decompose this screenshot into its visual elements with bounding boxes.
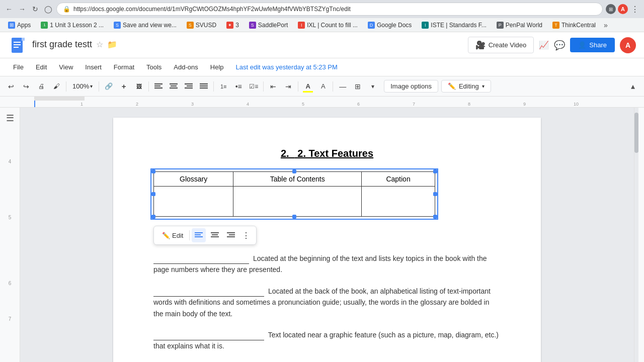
content-table[interactable]: Glossary Table of Contents Caption bbox=[153, 171, 435, 217]
zoom-selector[interactable]: 100% ▾ bbox=[69, 81, 96, 92]
paint-format-button[interactable]: 🖌 bbox=[49, 79, 63, 94]
svg-rect-15 bbox=[185, 87, 193, 88]
decrease-indent-button[interactable]: ⇤ bbox=[266, 79, 280, 94]
menu-tools[interactable]: Tools bbox=[141, 61, 167, 73]
bullet-list-button[interactable]: •≡ bbox=[231, 79, 246, 94]
account-icon[interactable]: A bbox=[618, 4, 628, 14]
bookmark-svusd[interactable]: S SVUSD bbox=[183, 21, 220, 30]
bookmark-ixlcount[interactable]: I IXL | Count to fill ... bbox=[294, 21, 362, 30]
page-marker-6: 6 bbox=[9, 281, 12, 286]
menu-file[interactable]: File bbox=[8, 61, 29, 73]
menu-edit[interactable]: Edit bbox=[31, 61, 52, 73]
print-button[interactable]: 🖨 bbox=[34, 79, 48, 94]
menu-help[interactable]: Help bbox=[205, 61, 229, 73]
folder-icon[interactable]: 📁 bbox=[107, 40, 117, 49]
bookmark-penpal[interactable]: P PenPal World bbox=[493, 21, 546, 30]
bookmark-googledocs[interactable]: D Google Docs bbox=[364, 21, 416, 30]
refresh-button[interactable]: ↻ bbox=[30, 4, 40, 14]
url-bar[interactable]: 🔒 https://docs.google.com/document/d/1mV… bbox=[56, 3, 603, 16]
star-icon[interactable]: ☆ bbox=[96, 40, 103, 49]
align-center-button[interactable] bbox=[167, 79, 181, 94]
editing-button[interactable]: ✏️ Editing ▾ bbox=[441, 80, 491, 93]
table-cell-glossary[interactable]: Glossary bbox=[154, 172, 233, 187]
table-cell-empty-3[interactable] bbox=[362, 187, 435, 217]
scrollbar-track[interactable] bbox=[634, 108, 638, 362]
undo-button[interactable]: ↩ bbox=[4, 79, 18, 94]
float-align-center-button[interactable] bbox=[208, 228, 222, 242]
table-cell-caption[interactable]: Caption bbox=[362, 172, 435, 187]
highlight-button[interactable]: A bbox=[301, 79, 315, 94]
comment-icon[interactable]: 💬 bbox=[554, 40, 565, 51]
separator-3 bbox=[148, 81, 149, 92]
text-color-button[interactable]: A bbox=[316, 79, 330, 94]
options-button[interactable]: ⊞ bbox=[351, 79, 365, 94]
separator-2 bbox=[99, 81, 99, 92]
edit-label: Edit bbox=[172, 232, 183, 239]
handle-bottom-left[interactable] bbox=[151, 215, 155, 219]
hr-button[interactable]: — bbox=[336, 79, 350, 94]
analytics-icon[interactable]: 📈 bbox=[539, 40, 549, 50]
doc-title[interactable]: first grade testt bbox=[32, 39, 92, 50]
handle-middle-right[interactable] bbox=[433, 192, 437, 196]
back-button[interactable]: ← bbox=[4, 4, 14, 14]
svg-rect-19 bbox=[200, 87, 208, 88]
share-button[interactable]: 👤 Share bbox=[570, 38, 615, 52]
redo-button[interactable]: ↪ bbox=[19, 79, 33, 94]
home-button[interactable]: ◯ bbox=[43, 4, 53, 14]
link-button[interactable]: 🔗 bbox=[102, 79, 116, 94]
handle-top-right[interactable] bbox=[433, 169, 437, 173]
doc-heading[interactable]: 2. 2. Text Features bbox=[153, 148, 501, 159]
more-options-button[interactable]: ▾ bbox=[366, 79, 380, 94]
avatar[interactable]: A bbox=[620, 37, 636, 53]
svg-rect-24 bbox=[211, 232, 219, 233]
image-options-button[interactable]: Image options bbox=[384, 80, 438, 93]
align-right-button[interactable] bbox=[182, 79, 196, 94]
menu-addons[interactable]: Add-ons bbox=[169, 61, 203, 73]
bookmark-iste[interactable]: I ISTE | Standards F... bbox=[418, 21, 491, 30]
handle-bottom-right[interactable] bbox=[433, 215, 437, 219]
ruler-left-margin-shade bbox=[34, 97, 85, 101]
svg-rect-4 bbox=[22, 38, 25, 41]
menu-dots-icon[interactable]: ⋮ bbox=[630, 4, 640, 14]
bookmark-saddle[interactable]: S SaddlePort bbox=[245, 21, 292, 30]
create-video-button[interactable]: 🎥 Create Video bbox=[468, 37, 534, 53]
table-cell-toc[interactable]: Table of Contents bbox=[233, 172, 362, 187]
menu-insert[interactable]: Insert bbox=[80, 61, 107, 73]
extensions-icon[interactable]: ⊞ bbox=[606, 4, 616, 14]
edit-button[interactable]: ✏️ Edit bbox=[158, 230, 187, 241]
float-align-right-button[interactable] bbox=[224, 228, 238, 242]
bookmark-ixl3[interactable]: ✦ 3 bbox=[222, 21, 243, 30]
handle-top-middle[interactable] bbox=[292, 169, 296, 173]
scrollbar-thumb[interactable] bbox=[634, 113, 638, 153]
table-cell-empty-2[interactable] bbox=[233, 187, 362, 217]
ruler-mark-9: 9 bbox=[523, 102, 526, 107]
more-bookmarks-icon[interactable]: » bbox=[604, 21, 608, 29]
menu-view[interactable]: View bbox=[54, 61, 78, 73]
svg-rect-13 bbox=[185, 83, 193, 84]
bookmark-saveview-label: Save and view we... bbox=[123, 22, 177, 29]
bookmark-saveview[interactable]: S Save and view we... bbox=[110, 21, 181, 30]
paragraph-1: Located at the beginning of the text and… bbox=[153, 253, 501, 276]
justify-button[interactable] bbox=[197, 79, 211, 94]
float-align-left-button[interactable] bbox=[192, 228, 206, 242]
bookmark-unit3[interactable]: 1 1 Unit 3 Lesson 2 ... bbox=[37, 21, 108, 30]
image-button[interactable]: 🖼 bbox=[132, 79, 146, 94]
handle-top-left[interactable] bbox=[151, 169, 155, 173]
more-options-float-button[interactable]: ⋮ bbox=[240, 230, 252, 241]
ordered-list-button[interactable]: 1≡ bbox=[216, 79, 230, 94]
doc-scroll[interactable]: 2. 2. Text Features bbox=[20, 108, 634, 362]
align-left-button[interactable] bbox=[151, 79, 166, 94]
bookmark-apps[interactable]: ⊞ Apps bbox=[4, 21, 35, 30]
menu-format[interactable]: Format bbox=[109, 61, 139, 73]
comment-button[interactable]: + bbox=[117, 79, 131, 94]
increase-indent-button[interactable]: ⇥ bbox=[281, 79, 295, 94]
outline-icon[interactable]: ☰ bbox=[6, 113, 14, 124]
toolbar-collapse-button[interactable]: ▴ bbox=[626, 79, 640, 94]
forward-button[interactable]: → bbox=[17, 4, 27, 14]
table-row-empty bbox=[154, 187, 435, 217]
bookmark-thinkcent[interactable]: T ThinkCentral bbox=[548, 21, 600, 30]
handle-middle-left[interactable] bbox=[151, 192, 155, 196]
table-cell-empty-1[interactable] bbox=[154, 187, 233, 217]
handle-bottom-middle[interactable] bbox=[292, 215, 296, 219]
checklist-button[interactable]: ☑≡ bbox=[247, 79, 261, 94]
